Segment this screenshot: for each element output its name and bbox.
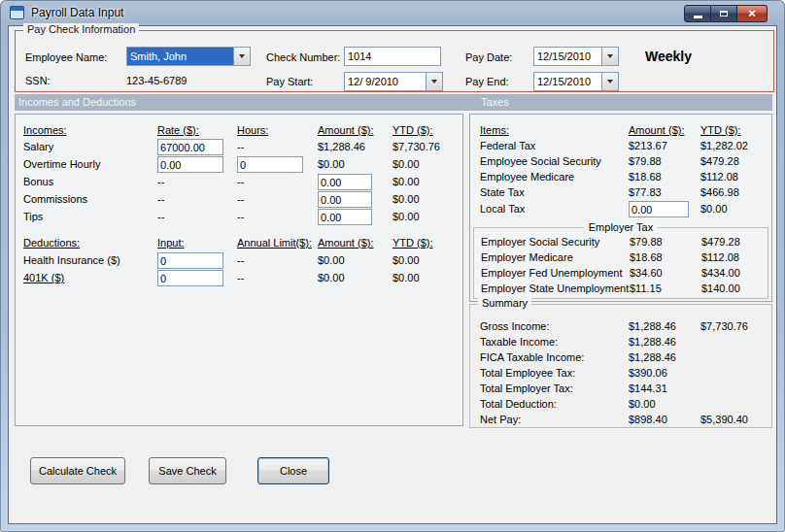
chevron-down-icon[interactable] (601, 73, 618, 90)
summary-label: Total Deduction: (480, 398, 557, 410)
tax-row: Federal Tax $213.67 $1,282.02 (470, 140, 771, 155)
items-header: Items: (480, 124, 509, 136)
employer-tax-row: Employer State Unemployment $11.15 $140.… (474, 283, 768, 298)
employee-name-label: Employee Name: (25, 51, 107, 63)
tips-amount-input[interactable] (318, 209, 372, 225)
ssn-value: 123-45-6789 (126, 75, 187, 86)
tax-row-local: Local Tax $0.00 (470, 203, 771, 218)
pay-start-picker[interactable]: 12/ 9/2010 (344, 72, 443, 91)
commissions-hours: -- (237, 193, 244, 205)
tax-name: State Tax (480, 186, 525, 198)
chevron-down-icon[interactable] (601, 48, 618, 65)
salary-rate-input[interactable] (157, 139, 223, 155)
tax-amount: $18.68 (629, 171, 662, 183)
deduction-name: Health Insurance ($) (23, 254, 120, 266)
chevron-down-icon[interactable] (426, 73, 442, 90)
summary-ytd: $5,390.40 (700, 414, 748, 425)
summary-row: Total Employee Tax: $390.06 (470, 367, 771, 382)
hours-header: Hours: (237, 124, 268, 136)
summary-ytd: $7,730.76 (700, 320, 748, 332)
window-frame: Payroll Data Input × Pay Check Informati… (0, 0, 785, 532)
tax-amount: $79.88 (629, 155, 662, 167)
income-row-bonus: Bonus -- -- $0.00 (16, 176, 462, 191)
k401-amount: $0.00 (318, 272, 345, 283)
income-row-overtime: Overtime Hourly $0.00 $0.00 (16, 158, 462, 174)
incomes-header: Incomes: (23, 124, 67, 136)
tax-amount: $11.15 (630, 283, 662, 294)
chevron-down-icon[interactable] (233, 48, 250, 65)
commissions-amount-input[interactable] (318, 191, 372, 208)
tax-ytd: $112.08 (700, 171, 738, 183)
tax-name: Employee Medicare (480, 171, 574, 183)
summary-title: Summary (478, 297, 531, 309)
tips-rate: -- (157, 211, 164, 222)
k401-input[interactable] (157, 270, 223, 286)
tax-name: Federal Tax (480, 140, 535, 151)
deduction-row-401k: 401K ($) -- $0.00 $0.00 (16, 272, 462, 287)
bonus-amount-input[interactable] (318, 174, 372, 190)
overtime-rate-input[interactable] (157, 156, 223, 173)
minimize-button[interactable] (684, 5, 711, 22)
window-title: Payroll Data Input (31, 6, 123, 19)
employee-name-select[interactable]: Smith, John (126, 47, 251, 66)
tax-amount: $34.60 (630, 267, 663, 279)
income-name: Overtime Hourly (23, 158, 100, 170)
check-number-label: Check Number: (266, 51, 340, 63)
taxes-header-row: Items: Amount ($): YTD ($): (470, 124, 771, 140)
k401-limit: -- (237, 272, 244, 283)
pay-end-picker[interactable]: 12/15/2010 (533, 72, 619, 91)
section-header-bar: Incomes and Deductions Taxes (15, 94, 772, 111)
k401-ytd: $0.00 (392, 272, 420, 283)
local-tax-input[interactable] (629, 201, 689, 217)
save-check-button[interactable]: Save Check (149, 457, 226, 484)
employer-tax-row: Employer Social Security $79.88 $479.28 (474, 236, 768, 251)
deduction-401k-link[interactable]: 401K ($) (23, 272, 64, 283)
close-icon: × (748, 6, 756, 21)
health-ytd: $0.00 (392, 254, 420, 266)
summary-row: Taxable Income: $1,288.46 (470, 336, 771, 351)
summary-amount: $390.06 (629, 367, 667, 379)
incomes-deductions-panel: Incomes: Rate ($): Hours: Amount ($): YT… (15, 114, 463, 426)
summary-amount: $0.00 (629, 398, 656, 410)
tax-ytd: $434.00 (701, 267, 740, 279)
maximize-icon (720, 11, 728, 17)
employer-tax-row: Employer Medicare $18.68 $112.08 (474, 251, 768, 267)
employer-tax-row: Employer Fed Unemployment $34.60 $434.00 (474, 267, 768, 283)
summary-row: FICA Taxable Income: $1,288.46 (470, 351, 771, 367)
chevron-down-glyph (607, 80, 613, 83)
check-number-input[interactable] (344, 47, 441, 66)
tax-ytd: $466.98 (700, 186, 739, 198)
commissions-ytd: $0.00 (392, 193, 420, 205)
maximize-button[interactable] (711, 5, 737, 22)
input-header: Input: (157, 237, 185, 249)
titlebar[interactable]: Payroll Data Input × (0, 0, 785, 25)
summary-group: Summary Gross Income: $1,288.46 $7,730.7… (469, 304, 772, 428)
close-button[interactable]: × (737, 5, 768, 22)
chevron-down-glyph (607, 54, 613, 58)
pay-date-picker[interactable]: 12/15/2010 (533, 47, 619, 66)
incomes-header-row: Incomes: Rate ($): Hours: Amount ($): YT… (16, 124, 462, 140)
calculate-check-button[interactable]: Calculate Check (30, 457, 125, 484)
tax-name: Employer Fed Unemployment (481, 267, 623, 279)
income-row-tips: Tips -- -- $0.00 (16, 211, 462, 226)
tips-hours: -- (237, 211, 244, 222)
tax-row: Employee Social Security $79.88 $479.28 (470, 155, 771, 171)
paycheck-group-title: Pay Check Information (23, 23, 139, 35)
employee-name-value: Smith, John (127, 48, 233, 65)
summary-row: Total Employer Tax: $144.31 (470, 382, 771, 398)
tax-name: Local Tax (480, 203, 525, 215)
income-name: Commissions (23, 193, 87, 205)
pay-start-value: 12/ 9/2010 (345, 73, 426, 90)
tax-ytd: $0.00 (700, 203, 728, 215)
health-amount: $0.00 (318, 254, 345, 266)
rate-header: Rate ($): (157, 124, 199, 136)
overtime-hours-input[interactable] (237, 156, 303, 173)
tax-name: Employee Social Security (480, 155, 601, 167)
income-name: Bonus (23, 176, 53, 187)
pay-start-label: Pay Start: (266, 76, 313, 87)
bonus-rate: -- (157, 176, 164, 187)
app-icon (10, 6, 24, 19)
health-insurance-input[interactable] (157, 252, 223, 269)
summary-label: Total Employee Tax: (480, 367, 575, 379)
close-check-button[interactable]: Close (257, 457, 329, 484)
